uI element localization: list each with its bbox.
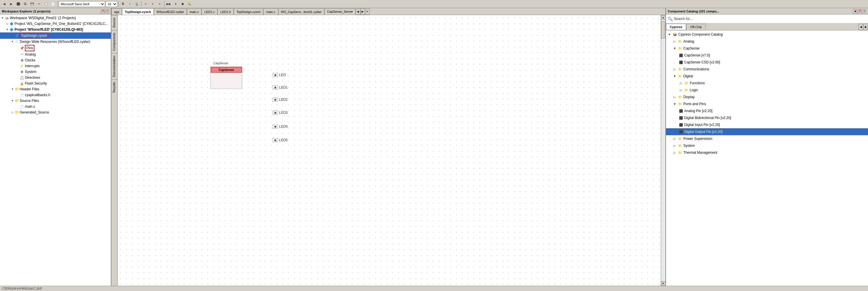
toolbar-btn-3[interactable]: ⬛ bbox=[15, 1, 22, 7]
catalog-item-power-sup[interactable]: ▷ 📁 Power Supervision bbox=[666, 135, 868, 142]
tree-item-directives[interactable]: 📋 Directives bbox=[0, 75, 111, 81]
tree-item-header-files[interactable]: ▼ 📁 Header Files bbox=[0, 86, 111, 92]
tab-capsense-sens[interactable]: CapSense_Sens▾ bbox=[324, 8, 355, 15]
toolbar-btn-5[interactable]: 💾 bbox=[29, 1, 35, 7]
toolbar-btn-12[interactable]: 🐛 bbox=[186, 1, 193, 7]
catalog-expand-btn[interactable]: ◀ bbox=[853, 9, 857, 13]
catalog-capsense-expand[interactable]: ▼ bbox=[672, 46, 677, 51]
tree-expand-dwr[interactable]: ▼ bbox=[10, 40, 14, 44]
catalog-tab-offchip[interactable]: Off-Chip bbox=[686, 24, 706, 30]
catalog-tab-nav-next[interactable]: ▶ bbox=[863, 24, 868, 30]
tab-nav-close[interactable]: ✕ bbox=[365, 8, 370, 15]
tab-nav-prev[interactable]: ◀ bbox=[356, 8, 360, 15]
toolbar-btn-11[interactable]: ⏹ bbox=[180, 1, 186, 7]
tab-led1h[interactable]: LED1.h bbox=[218, 8, 234, 15]
tree-item-pins[interactable]: 📌 Pins bbox=[0, 45, 111, 52]
scrollbar-thumb[interactable] bbox=[661, 21, 665, 38]
scrollbar-down-btn[interactable]: ▼ bbox=[661, 281, 666, 286]
catalog-pin-btn[interactable]: 📌 bbox=[858, 9, 862, 13]
toolbar-btn-italic[interactable]: I bbox=[127, 1, 133, 7]
catalog-ports-expand[interactable]: ▼ bbox=[672, 101, 677, 106]
side-tool-results[interactable]: Results bbox=[112, 79, 118, 95]
catalog-tab-nav-prev[interactable]: ◀ bbox=[859, 24, 863, 30]
tree-item-callbacks[interactable]: 📄 cyapicallbacks.h bbox=[0, 92, 111, 98]
catalog-power-expand[interactable]: ▷ bbox=[672, 136, 677, 141]
catalog-system-expand[interactable]: ▷ bbox=[672, 143, 677, 148]
toolbar-btn-bold[interactable]: B bbox=[120, 1, 126, 7]
catalog-item-digital-in[interactable]: ⬛ Digital Input Pin [v2.20] bbox=[666, 121, 868, 128]
capsense-component[interactable]: CapSense bbox=[210, 67, 242, 89]
tree-item-mainc[interactable]: 📄 main.c bbox=[0, 104, 111, 110]
catalog-item-communications[interactable]: ▷ 📁 Communications bbox=[666, 66, 868, 73]
tree-expand-system[interactable] bbox=[16, 70, 20, 74]
catalog-functions-expand[interactable]: ▷ bbox=[679, 81, 683, 85]
tree-item-analog[interactable]: 〰 Analog bbox=[0, 52, 111, 57]
tab-mainc2[interactable]: main.c bbox=[264, 8, 278, 15]
tree-expand-callbacks[interactable] bbox=[16, 93, 20, 97]
scrollbar-up-btn[interactable]: ▲ bbox=[661, 15, 666, 20]
tree-expand-topdesign[interactable] bbox=[10, 34, 14, 38]
catalog-item-capsense-v7[interactable]: ⬛ CapSense [v7.0] bbox=[666, 52, 868, 59]
toolbar-btn-underline[interactable]: U bbox=[134, 1, 140, 7]
catalog-digital-expand[interactable]: ▼ bbox=[672, 74, 677, 79]
toolbar-btn-align-left[interactable]: ≡ bbox=[143, 1, 149, 7]
tree-expand-proj1[interactable]: ▷ bbox=[5, 22, 9, 26]
tree-item-generated-source[interactable]: ▷ 📁 Generated_Source bbox=[0, 110, 111, 115]
tab-age[interactable]: age bbox=[112, 8, 122, 15]
toolbar-btn-align-right[interactable]: ≡ bbox=[157, 1, 163, 7]
catalog-item-analog[interactable]: ▷ 📁 Analog bbox=[666, 38, 868, 45]
toolbar-btn-align-center[interactable]: ≡ bbox=[150, 1, 156, 7]
panel-pin-btn[interactable]: 📌 bbox=[101, 9, 105, 13]
catalog-item-display[interactable]: ▷ 📁 Display bbox=[666, 93, 868, 100]
tree-item-system[interactable]: ⚙ System bbox=[0, 69, 111, 75]
catalog-item-capsense-csd[interactable]: ⬛ CapSense CSD [v2.60] bbox=[666, 59, 868, 66]
tree-item-source-files[interactable]: ▼ 📁 Source Files bbox=[0, 98, 111, 104]
toolbar-btn-10[interactable]: ⏸ bbox=[173, 1, 179, 7]
tree-expand-analog[interactable] bbox=[16, 52, 20, 56]
tree-expand-interrupts[interactable] bbox=[16, 64, 20, 68]
tab-topdesign2[interactable]: TopDesign.cysch bbox=[234, 8, 263, 15]
catalog-item-root[interactable]: ▼ 📦 Cypress Component Catalog bbox=[666, 31, 868, 38]
catalog-item-functions[interactable]: ▷ 📁 Functions bbox=[666, 80, 868, 87]
catalog-analog-expand[interactable]: ▷ bbox=[672, 39, 677, 44]
tree-expand-generated-source[interactable]: ▷ bbox=[10, 110, 14, 114]
tree-expand-mainc[interactable] bbox=[16, 105, 20, 109]
tree-item-proj1[interactable]: ▷ 🔷 Project 'WS_CapSense_P4_One_Button01… bbox=[0, 21, 111, 27]
catalog-item-thermal[interactable]: ▷ 📁 Thermal Management bbox=[666, 149, 868, 156]
catalog-display-expand[interactable]: ▷ bbox=[672, 95, 677, 99]
tree-expand-directives[interactable] bbox=[16, 76, 20, 80]
catalog-item-ports-pins[interactable]: ▼ 📁 Ports and Pins bbox=[666, 100, 868, 108]
tree-expand-header-files[interactable]: ▼ bbox=[10, 87, 14, 91]
catalog-item-digital-out[interactable]: ⬛ Digital Output Pin [v2.20] bbox=[666, 128, 868, 135]
font-size-selector[interactable]: 10 bbox=[106, 1, 117, 7]
catalog-item-analog-pin[interactable]: ⬛ Analog Pin [v2.20] bbox=[666, 108, 868, 114]
tree-item-dwr[interactable]: ▼ ⬡ Design Wide Resources (WSonoffLED.cy… bbox=[0, 39, 111, 45]
tab-led1c[interactable]: LED1.c bbox=[202, 8, 217, 15]
tab-ws-capsense[interactable]: WS_CapSens...tton01.cydwr bbox=[278, 8, 324, 15]
catalog-thermal-expand[interactable]: ▷ bbox=[672, 150, 677, 155]
tree-item-flash[interactable]: 🔒 Flash Security bbox=[0, 81, 111, 86]
tree-expand-clocks[interactable] bbox=[16, 58, 20, 62]
side-tool-components[interactable]: Components bbox=[112, 30, 118, 53]
catalog-tab-cypress[interactable]: Cypress bbox=[666, 24, 686, 30]
tree-expand-workspace[interactable]: ▼ bbox=[1, 16, 5, 20]
toolbar-btn-1[interactable]: ◀ bbox=[1, 1, 7, 7]
catalog-item-logic[interactable]: ▷ 📁 Logic bbox=[666, 87, 868, 93]
tree-item-topdesign[interactable]: ⬡ TopDesign.cysch bbox=[0, 32, 111, 39]
tab-wsonoffled-cydwr[interactable]: WSonoffLED.cydwr bbox=[154, 8, 187, 15]
tree-item-interrupts[interactable]: ⚡ Interrupts bbox=[0, 63, 111, 69]
tree-expand-pins[interactable] bbox=[16, 46, 20, 50]
scrollbar-track[interactable] bbox=[661, 20, 666, 281]
toolbar-btn-2[interactable]: ▶ bbox=[8, 1, 14, 7]
catalog-item-capsense-cat[interactable]: ▼ 📁 CapSense bbox=[666, 45, 868, 52]
toolbar-btn-9[interactable]: ▶▶ bbox=[165, 1, 172, 7]
catalog-logic-expand[interactable]: ▷ bbox=[679, 88, 683, 92]
side-tool-source[interactable]: Source bbox=[112, 15, 118, 30]
tree-item-proj2[interactable]: ▼ 🔷 Project 'WSonoffLED' [CY8C4125LQI-48… bbox=[0, 27, 111, 32]
catalog-comm-expand[interactable]: ▷ bbox=[672, 67, 677, 71]
tree-expand-proj2[interactable]: ▼ bbox=[5, 28, 9, 32]
tree-expand-flash[interactable] bbox=[16, 81, 20, 85]
catalog-item-digital[interactable]: ▼ 📁 Digital bbox=[666, 73, 868, 80]
toolbar-btn-6[interactable]: ✂ bbox=[36, 1, 42, 7]
toolbar-btn-8[interactable]: 📄 bbox=[50, 1, 56, 7]
